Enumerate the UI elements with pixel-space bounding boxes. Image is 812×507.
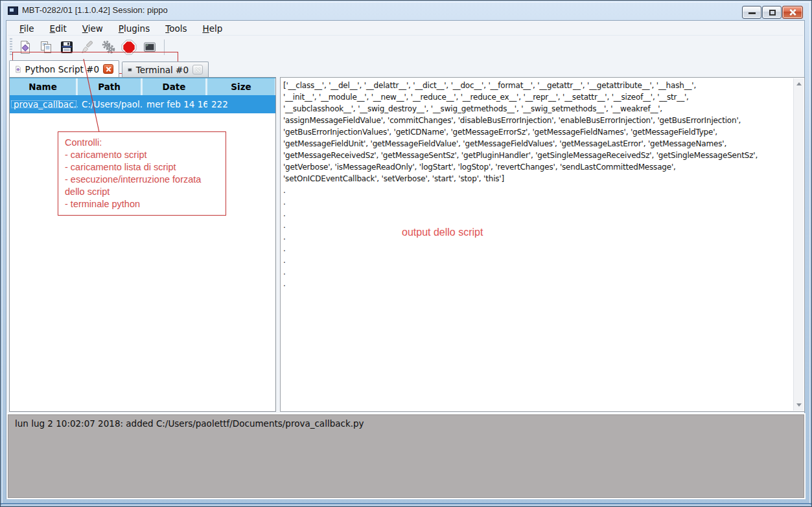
menu-view[interactable]: View	[76, 22, 110, 35]
close-icon	[195, 67, 201, 73]
terminal-button[interactable]	[141, 38, 159, 56]
output-dot-line: .	[283, 231, 793, 243]
output-dot-line: .	[283, 220, 793, 231]
script-file-icon	[15, 64, 21, 74]
vertical-scrollbar[interactable]	[793, 78, 804, 411]
toolbar-separator	[164, 39, 165, 55]
output-dot-line: .	[283, 254, 793, 266]
clear-button[interactable]	[78, 38, 97, 56]
note-line: - esecuzione/interruzione forzata dello …	[65, 174, 219, 198]
tab-terminal[interactable]: Terminal #0	[122, 62, 209, 77]
close-icon	[106, 66, 111, 72]
terminal-icon	[143, 40, 157, 54]
output-line: 'assignMessageFieldValue', 'commitChange…	[283, 115, 793, 126]
cell-path: C:/Users/paol..	[78, 99, 143, 109]
note-line: - caricamento lista di script	[65, 161, 219, 174]
note-line: - terminale python	[65, 198, 219, 210]
brush-icon	[80, 40, 95, 54]
note-line: - caricamento script	[65, 149, 219, 161]
table-header: Name Path Date Size	[10, 78, 275, 95]
toolbar-grip	[10, 38, 12, 56]
output-line: 'getMessageReceivedSz', 'getMessageSentS…	[283, 150, 793, 161]
stop-icon	[121, 39, 137, 55]
client-area: File Edit View Plugins Tools Help	[6, 20, 805, 499]
restore-icon	[769, 10, 776, 16]
output-dot-line: .	[283, 208, 793, 220]
terminal-icon	[128, 65, 132, 74]
tab-python-script[interactable]: Python Script #0	[9, 60, 119, 77]
cell-date: mer feb 14 16..	[143, 99, 207, 109]
minimize-icon	[748, 12, 756, 14]
log-panel: lun lug 2 10:02:07 2018: added C:/Users/…	[8, 414, 804, 498]
tab-label: Python Script #0	[25, 64, 99, 74]
output-dot-line: .	[283, 243, 793, 254]
script-list-panel: Name Path Date Size prova_callbac.. C:/U…	[9, 77, 276, 412]
menu-plugins[interactable]: Plugins	[112, 22, 156, 35]
column-header-size[interactable]: Size	[207, 78, 275, 95]
cell-name: prova_callbac..	[10, 99, 78, 109]
app-icon	[8, 6, 18, 15]
menu-tools[interactable]: Tools	[159, 22, 193, 35]
tab-close-terminal[interactable]	[192, 65, 203, 74]
annotation-output-note: output dello script	[402, 227, 483, 238]
app-window: MBT-0282/01 [1.1.0.42] Session: pippo Fi…	[0, 0, 812, 507]
scroll-up-button[interactable]	[794, 78, 804, 89]
arrow-up-icon	[796, 82, 802, 85]
window-frame-bottom	[1, 503, 811, 504]
restore-button[interactable]	[762, 6, 782, 19]
script-output-panel: ['__class__', '__del__', '__delattr__', …	[280, 77, 805, 412]
new-script-icon	[18, 40, 32, 54]
table-row[interactable]: prova_callbac.. C:/Users/paol.. mer feb …	[10, 95, 275, 113]
output-line: ['__class__', '__del__', '__delattr__', …	[283, 80, 793, 91]
script-output-text: ['__class__', '__del__', '__delattr__', …	[283, 80, 793, 410]
save-button[interactable]	[58, 38, 76, 56]
column-header-date[interactable]: Date	[143, 78, 207, 95]
tab-close-python[interactable]	[103, 64, 113, 74]
column-header-name[interactable]: Name	[10, 78, 78, 95]
cell-size: 222	[207, 99, 275, 109]
gears-icon	[101, 40, 115, 54]
menu-help[interactable]: Help	[196, 22, 229, 35]
window-controls	[742, 6, 803, 19]
note-line: Controlli:	[65, 137, 219, 149]
column-header-path[interactable]: Path	[78, 78, 143, 95]
output-line: 'getMessageFieldUnit', 'getMessageFieldV…	[283, 138, 793, 150]
output-line: '__init__', '__module__', '__new__', '__…	[283, 91, 793, 103]
arrow-down-icon	[796, 403, 802, 407]
close-button[interactable]	[782, 6, 803, 19]
minimize-button[interactable]	[742, 6, 761, 19]
output-dot-line: .	[283, 266, 793, 278]
output-dot-line: .	[283, 196, 793, 208]
menu-edit[interactable]: Edit	[43, 22, 73, 35]
copy-icon	[39, 40, 53, 54]
close-icon	[789, 8, 796, 16]
menu-file[interactable]: File	[13, 22, 41, 35]
scroll-down-button[interactable]	[794, 400, 804, 411]
titlebar[interactable]: MBT-0282/01 [1.1.0.42] Session: pippo	[1, 1, 811, 20]
save-icon	[60, 40, 74, 54]
output-line: 'getVerbose', 'isMessageReadOnly', 'logS…	[283, 161, 793, 173]
output-line: '__subclasshook__', '__swig_destroy__', …	[283, 103, 793, 115]
tabbar: Python Script #0 Terminal #0	[8, 60, 803, 77]
log-message: lun lug 2 10:02:07 2018: added C:/Users/…	[8, 415, 804, 432]
run-button[interactable]	[99, 38, 117, 56]
menubar: File Edit View Plugins Tools Help	[8, 21, 803, 35]
output-line: 'getBusErrorInjectionValues', 'getICDNam…	[283, 126, 793, 138]
stop-button[interactable]	[120, 38, 138, 56]
output-line: 'setOnICDEventCallback', 'setVerbose', '…	[283, 173, 793, 185]
tab-label: Terminal #0	[136, 65, 189, 75]
copy-button[interactable]	[37, 38, 55, 56]
annotation-controls-note: Controlli: - caricamento script - carica…	[58, 131, 226, 216]
window-title: MBT-0282/01 [1.1.0.42] Session: pippo	[22, 5, 168, 15]
output-dot-line: .	[283, 185, 793, 196]
toolbar	[8, 35, 803, 60]
output-dot-line: .	[283, 278, 793, 289]
new-script-button[interactable]	[16, 38, 34, 56]
